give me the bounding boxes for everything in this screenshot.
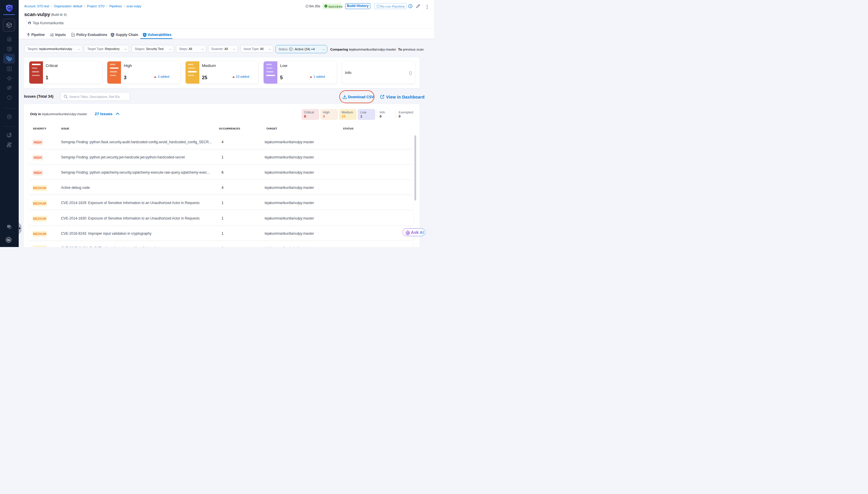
svg-text:?: ?: [8, 225, 9, 228]
